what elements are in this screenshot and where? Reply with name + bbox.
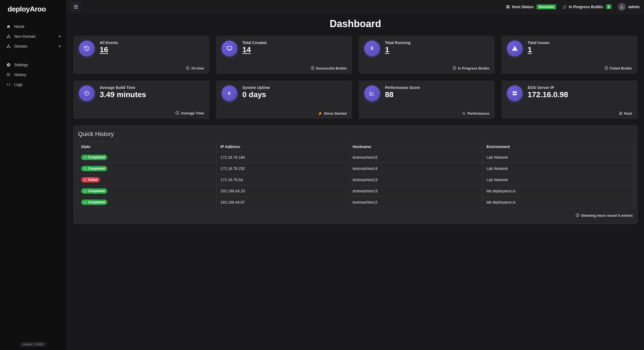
cell-hostname: testmachine13 xyxy=(349,186,482,197)
cell-ip: 192.168.43.23 xyxy=(217,186,349,197)
table-row[interactable]: Failed172.16.76.54testmachine13Lab Netwo… xyxy=(77,174,634,186)
card-value[interactable]: 16 xyxy=(100,45,118,54)
history-icon xyxy=(79,41,95,56)
card-value: 3.49 minutes xyxy=(100,90,146,99)
table-row[interactable]: Completed192.168.44.87testmachine12lab.d… xyxy=(77,197,634,208)
check-circle-icon xyxy=(84,190,87,193)
card-esxi-ip: ESXi Server IP 172.16.0.98 ☰Host xyxy=(501,80,637,119)
svg-rect-0 xyxy=(8,35,9,36)
chart-icon xyxy=(462,111,466,115)
desktop-icon xyxy=(222,41,237,56)
svg-point-16 xyxy=(621,5,623,7)
sidebar-item-settings[interactable]: Settings xyxy=(0,60,67,70)
sidebar-item-label: Domain xyxy=(14,44,27,48)
history-icon xyxy=(6,73,11,77)
card-value: 88 xyxy=(385,90,420,99)
host-status-badge: Reachable xyxy=(537,4,556,9)
code-icon xyxy=(6,83,11,86)
table-row[interactable]: Completed172.16.76.232testmachine14Lab N… xyxy=(77,163,634,174)
sidebar-item-logs[interactable]: Logs xyxy=(0,80,67,89)
user-menu[interactable]: admin xyxy=(618,3,640,11)
cell-ip: 192.168.44.87 xyxy=(217,197,349,208)
check-circle-icon xyxy=(84,156,87,159)
card-total-created: Total Created 14 ⓘSuccessful Builds xyxy=(216,36,352,74)
cell-hostname: testmachine12 xyxy=(349,197,482,208)
cell-state: Failed xyxy=(77,174,217,186)
info-icon: ⓘ xyxy=(176,111,179,115)
sidebar-item-domain[interactable]: Domain ▾ xyxy=(0,41,67,51)
card-footer: ⓘAverage Time xyxy=(79,111,204,115)
history-table: State IP Address Hostname Environment Co… xyxy=(77,141,634,208)
col-ip: IP Address xyxy=(217,142,349,152)
cell-state: Completed xyxy=(77,152,217,163)
username: admin xyxy=(628,5,640,9)
state-pill: Completed xyxy=(81,188,107,194)
svg-rect-13 xyxy=(565,5,566,6)
avatar xyxy=(618,3,626,11)
sidebar-item-history[interactable]: History xyxy=(0,70,67,80)
sidebar-item-home[interactable]: Home xyxy=(0,22,67,31)
cell-env: Lab Network xyxy=(482,174,634,186)
sitemap-icon xyxy=(6,34,11,38)
card-label: Total Created xyxy=(242,41,266,45)
card-total-running: Total Running 1 ⓘIn Progress Builds xyxy=(359,36,495,74)
table-header-row: State IP Address Hostname Environment xyxy=(77,142,634,152)
card-footer: ⓘSuccessful Builds xyxy=(222,66,347,71)
card-value[interactable]: 14 xyxy=(242,45,266,54)
cell-ip: 172.16.76.184 xyxy=(217,152,349,163)
progress-builds-label: In Progress Builds: xyxy=(569,5,604,9)
user-icon xyxy=(620,5,624,9)
logo[interactable]: deployAroo xyxy=(0,0,67,18)
sidebar-item-nondomain[interactable]: Non-Domain ▾ xyxy=(0,31,67,41)
cell-env: Lab Network xyxy=(482,152,634,163)
card-value: 172.16.0.98 xyxy=(528,90,568,99)
cell-env: lab.deployaroo.io xyxy=(482,197,634,208)
cell-state: Completed xyxy=(77,186,217,197)
state-pill: Completed xyxy=(81,155,107,160)
state-pill: Failed xyxy=(81,177,100,183)
info-icon: ⓘ xyxy=(453,66,456,71)
svg-rect-10 xyxy=(506,7,510,8)
sidebar: deployAroo Home Non-Domain ▾ Domain ▾ Se… xyxy=(0,0,67,231)
host-status[interactable]: Host Status: Reachable xyxy=(506,4,556,9)
card-footer: ☰Host xyxy=(507,111,632,115)
card-value: 0 days xyxy=(242,90,270,99)
sidebar-item-label: Non-Domain xyxy=(14,34,36,39)
bolt-icon: ⚡ xyxy=(318,111,322,115)
svg-rect-7 xyxy=(74,7,78,7)
cell-env: Lab Network xyxy=(482,163,634,174)
cell-ip: 172.16.76.232 xyxy=(217,163,349,174)
svg-rect-3 xyxy=(8,45,9,45)
state-pill: Completed xyxy=(81,166,107,171)
cell-hostname: testmachine15 xyxy=(349,152,482,163)
stat-cards-grid: All Events 16 ⓘAll time Total Created 14… xyxy=(67,36,644,119)
svg-rect-14 xyxy=(565,7,566,7)
main: Dashboard All Events 16 ⓘAll time Total … xyxy=(67,0,644,224)
home-icon xyxy=(6,25,11,28)
card-label: System Uptime xyxy=(242,85,270,90)
sitemap-icon xyxy=(6,44,11,48)
clock-icon xyxy=(79,85,95,101)
svg-rect-21 xyxy=(513,94,517,95)
col-state: State xyxy=(77,142,217,152)
list-icon: ☰ xyxy=(619,111,622,115)
card-system-uptime: System Uptime 0 days ⚡Since Started xyxy=(216,80,352,119)
progress-builds[interactable]: In Progress Builds: 1 xyxy=(563,4,611,9)
warning-icon xyxy=(507,41,523,56)
chevron-down-icon: ▾ xyxy=(59,34,61,38)
card-label: All Events xyxy=(100,41,118,45)
quick-history-panel: Quick History State IP Address Hostname … xyxy=(73,125,637,224)
state-label: Completed xyxy=(88,155,105,159)
table-row[interactable]: Completed172.16.76.184testmachine15Lab N… xyxy=(77,152,634,163)
table-row[interactable]: Completed192.168.43.23testmachine13lab.d… xyxy=(77,186,634,197)
card-footer: ⚡Since Started xyxy=(222,111,347,115)
topbar: Host Status: Reachable In Progress Build… xyxy=(67,0,644,14)
sidebar-toggle-button[interactable] xyxy=(71,3,81,11)
cell-hostname: testmachine13 xyxy=(349,174,482,186)
cell-ip: 172.16.76.54 xyxy=(217,174,349,186)
state-label: Completed xyxy=(88,167,105,170)
card-value[interactable]: 1 xyxy=(385,45,410,54)
svg-rect-2 xyxy=(9,37,10,38)
card-value[interactable]: 1 xyxy=(528,45,550,54)
card-total-issues: Total Issues 1 ⓘFailed Builds xyxy=(501,36,637,74)
